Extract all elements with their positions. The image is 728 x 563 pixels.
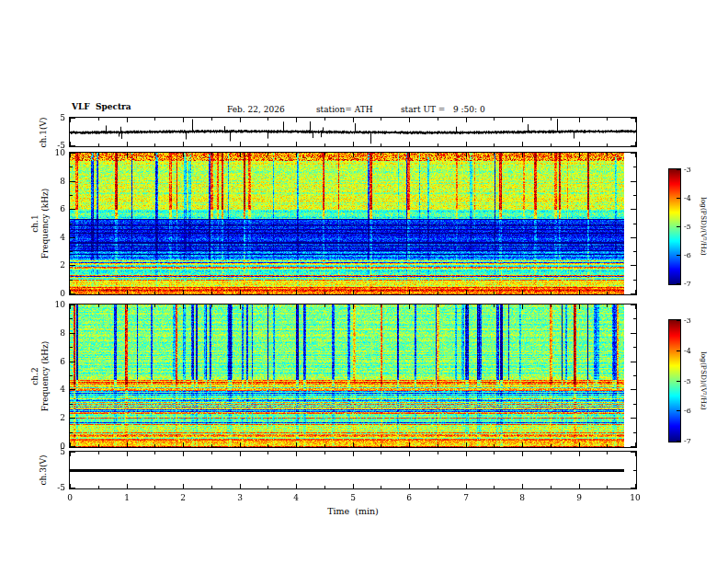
axis-tick	[381, 153, 381, 155]
axis-tick	[267, 444, 268, 447]
colorbar-ch1-label: log(PSD)/(V²/Hz)	[700, 197, 708, 256]
axis-tick	[409, 290, 410, 294]
x-tick-label: 6	[406, 493, 412, 502]
axis-tick	[677, 320, 680, 321]
header-start-ut: start UT = 9 :50: 0	[401, 105, 485, 114]
axis-tick	[409, 142, 410, 146]
axis-tick	[183, 484, 184, 488]
axis-tick	[677, 381, 680, 382]
ch3-voltage-ylabel: ch.3(V)	[39, 455, 49, 486]
axis-tick	[296, 442, 297, 447]
axis-tick	[607, 304, 608, 307]
axis-tick	[522, 304, 523, 309]
axis-tick	[494, 153, 495, 155]
x-tick-label: 0	[67, 493, 73, 502]
axis-tick	[70, 132, 73, 132]
axis-tick	[240, 484, 241, 488]
axis-tick	[522, 118, 523, 122]
axis-tick	[70, 145, 75, 146]
axis-tick	[633, 318, 636, 319]
axis-tick	[631, 237, 636, 238]
axis-tick	[324, 304, 325, 307]
axis-tick	[633, 167, 636, 167]
axis-tick	[466, 142, 467, 146]
axis-tick	[551, 118, 552, 121]
axis-tick	[70, 446, 75, 447]
axis-tick	[70, 237, 75, 238]
axis-tick	[154, 153, 155, 155]
axis-tick	[494, 144, 495, 146]
axis-tick	[494, 292, 495, 294]
axis-tick	[183, 153, 184, 157]
axis-tick	[267, 452, 268, 454]
axis-tick	[522, 442, 523, 447]
axis-tick	[98, 486, 99, 488]
axis-tick	[70, 118, 75, 119]
ch1-spectrogram-panel	[69, 152, 637, 295]
axis-tick	[677, 350, 680, 351]
x-tick-label: 10	[630, 493, 640, 502]
header-station: station= ATH	[316, 105, 373, 114]
axis-tick	[633, 404, 636, 405]
axis-tick	[154, 304, 155, 307]
x-tick-label: 3	[237, 493, 243, 502]
axis-tick	[677, 410, 680, 411]
y-tick-label: 10	[55, 148, 65, 157]
axis-tick	[183, 304, 184, 309]
axis-tick	[70, 404, 73, 405]
axis-tick	[211, 153, 212, 155]
axis-tick	[633, 224, 636, 224]
axis-tick	[409, 118, 410, 122]
x-axis-label: Time (min)	[327, 506, 379, 516]
axis-tick	[579, 442, 580, 447]
axis-tick	[70, 432, 73, 433]
axis-tick	[677, 198, 680, 199]
axis-tick	[579, 118, 580, 122]
axis-tick	[607, 486, 608, 488]
colorbar-tick-label: -5	[684, 377, 691, 385]
axis-tick	[296, 118, 297, 122]
axis-tick	[633, 251, 636, 252]
axis-tick	[633, 432, 636, 433]
axis-tick	[381, 144, 381, 146]
axis-tick	[154, 486, 155, 488]
y-tick-label: 6	[60, 204, 65, 213]
x-tick-label: 9	[576, 493, 582, 502]
axis-tick	[127, 484, 128, 488]
axis-tick	[631, 293, 636, 294]
x-tick-label: 2	[180, 493, 186, 502]
axis-tick	[98, 292, 99, 294]
axis-tick	[633, 347, 636, 348]
axis-tick	[211, 486, 212, 488]
axis-tick	[296, 153, 297, 157]
axis-tick	[631, 333, 636, 334]
axis-tick	[381, 444, 381, 447]
axis-tick	[579, 290, 580, 294]
axis-tick	[70, 318, 73, 319]
axis-tick	[633, 132, 636, 132]
axis-tick	[551, 452, 552, 454]
axis-tick	[70, 389, 75, 390]
y-tick-label: 5	[60, 447, 65, 456]
ch3-waveform-canvas	[70, 452, 636, 488]
axis-tick	[466, 118, 467, 122]
axis-tick	[324, 486, 325, 488]
vlf-spectra-figure: VLF Spectra Feb. 22, 2026 station= ATH s…	[0, 0, 728, 563]
axis-tick	[211, 452, 212, 454]
axis-tick	[438, 452, 438, 454]
axis-tick	[70, 347, 73, 348]
axis-tick	[70, 153, 75, 154]
axis-tick	[466, 290, 467, 294]
ch2-spectrogram-panel	[69, 304, 637, 448]
axis-tick	[70, 333, 75, 334]
axis-tick	[324, 144, 325, 146]
colorbar-tick-label: -3	[684, 166, 691, 174]
axis-tick	[70, 293, 75, 294]
axis-tick	[579, 452, 580, 456]
axis-tick	[70, 195, 73, 196]
axis-tick	[466, 153, 467, 157]
axis-tick	[409, 452, 410, 456]
axis-tick	[127, 452, 128, 456]
axis-tick	[353, 290, 354, 294]
axis-tick	[353, 442, 354, 447]
